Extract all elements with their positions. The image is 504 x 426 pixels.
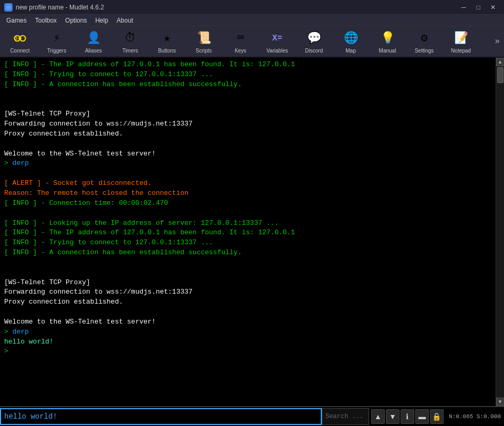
terminal-line: Forwarding connection to wss://mudjs.net… xyxy=(4,287,491,297)
aliases-icon: 👤 xyxy=(85,30,102,47)
triggers-icon: ⚡ xyxy=(48,30,65,47)
terminal-line: Welcome to the WS-Telnet test server! xyxy=(4,317,491,327)
svg-rect-2 xyxy=(18,37,21,39)
terminal-line: [ INFO ] - Looking up the IP address of … xyxy=(4,219,491,228)
toolbar-btn-notepad[interactable]: 📝Notepad xyxy=(443,27,479,56)
map-label: Map xyxy=(345,48,355,54)
terminal-line xyxy=(4,99,491,109)
menu-item-help[interactable]: Help xyxy=(91,16,112,25)
terminal-line xyxy=(4,268,491,278)
toolbar-btn-variables[interactable]: X=Variables xyxy=(259,27,295,56)
toolbar-btn-triggers[interactable]: ⚡Triggers xyxy=(39,27,75,56)
terminal-line: Welcome to the WS-Telnet test server! xyxy=(4,149,491,159)
scripts-label: Scripts xyxy=(196,48,212,54)
toolbar-btn-map[interactable]: 🌐Map xyxy=(333,27,369,56)
notepad-icon: 📝 xyxy=(453,30,469,47)
terminal-line: [ INFO ] - Trying to connect to 127.0.0.… xyxy=(4,238,491,248)
triggers-label: Triggers xyxy=(47,48,66,54)
variables-label: Variables xyxy=(267,48,288,54)
menu-item-toolbox[interactable]: Toolbox xyxy=(31,16,61,25)
terminal-line: > derp xyxy=(4,159,491,169)
discord-icon: 💬 xyxy=(306,30,322,47)
toolbar-btn-keys[interactable]: ⌨Keys xyxy=(223,27,258,56)
terminal-line: [WS-Telnet TCP Proxy] xyxy=(4,109,491,119)
menu-item-about[interactable]: About xyxy=(112,16,137,25)
window-controls: ─ □ ✕ xyxy=(457,3,500,12)
terminal-line: [ INFO ] - Trying to connect to 127.0.0.… xyxy=(4,70,491,80)
title-text: new profile name - Mudlet 4.6.2 xyxy=(16,4,104,11)
scroll-down-arrow[interactable]: ▼ xyxy=(496,398,505,406)
lock-btn[interactable]: 🔒 xyxy=(430,409,444,424)
discord-label: Discord xyxy=(305,48,323,54)
minimize-button[interactable]: ─ xyxy=(457,3,470,12)
toolbar: Connect⚡Triggers👤Aliases⏱Timers★Buttons📜… xyxy=(0,26,504,58)
terminal-line xyxy=(4,139,491,149)
manual-label: Manual xyxy=(379,48,396,54)
terminal-line: > xyxy=(4,347,491,357)
title-bar-left: new profile name - Mudlet 4.6.2 xyxy=(4,3,104,12)
terminal-line: [WS-Telnet TCP Proxy] xyxy=(4,278,491,288)
timers-label: Timers xyxy=(122,48,138,54)
terminal-line: hello world! xyxy=(4,337,491,347)
terminal-output: [ INFO ] - The IP address of 127.0.0.1 h… xyxy=(0,58,496,406)
toolbar-btn-aliases[interactable]: 👤Aliases xyxy=(76,27,111,56)
toolbar-btn-timers[interactable]: ⏱Timers xyxy=(112,27,148,56)
maximize-button[interactable]: □ xyxy=(471,3,485,12)
toolbar-btn-scripts[interactable]: 📜Scripts xyxy=(186,27,222,56)
close-button[interactable]: ✕ xyxy=(486,3,500,12)
input-bar: ▲ ▼ ℹ ▬ 🔒 N:0.065 S:0.000 xyxy=(0,406,504,426)
terminal-line: > derp xyxy=(4,327,491,337)
scroll-thumb[interactable] xyxy=(497,67,503,83)
scroll-down-btn[interactable]: ▼ xyxy=(386,409,400,424)
terminal-line: Forwarding connection to wss://mudjs.net… xyxy=(4,119,491,129)
variables-icon: X= xyxy=(269,30,286,47)
scroll-up-btn[interactable]: ▲ xyxy=(371,409,385,424)
status-text: N:0.065 S:0.000 xyxy=(446,413,504,420)
settings-label: Settings xyxy=(415,48,434,54)
scripts-icon: 📜 xyxy=(195,30,212,47)
info-btn[interactable]: ℹ xyxy=(401,409,414,424)
manual-icon: 💡 xyxy=(379,30,396,47)
buttons-label: Buttons xyxy=(158,48,176,54)
terminal-line: [ INFO ] - A connection has been establi… xyxy=(4,248,491,258)
terminal-line: Proxy connection established. xyxy=(4,129,491,139)
scrollbar: ▲ ▼ xyxy=(496,58,504,406)
menu-item-options[interactable]: Options xyxy=(61,16,91,25)
title-bar: new profile name - Mudlet 4.6.2 ─ □ ✕ xyxy=(0,0,504,15)
settings-icon: ⚙ xyxy=(416,30,433,47)
aliases-label: Aliases xyxy=(85,48,102,54)
terminal-line: [ INFO ] - The IP address of 127.0.0.1 h… xyxy=(4,228,491,238)
bottom-buttons: ▲ ▼ ℹ ▬ 🔒 xyxy=(369,409,446,424)
menu-bar: GamesToolboxOptionsHelpAbout xyxy=(0,15,504,26)
terminal-line: Reason: The remote host closed the conne… xyxy=(4,189,491,199)
keys-label: Keys xyxy=(235,48,246,54)
timers-icon: ⏱ xyxy=(122,30,139,47)
terminal-line: [ ALERT ] - Socket got disconnected. xyxy=(4,179,491,189)
terminal-line: [ INFO ] - A connection has been establi… xyxy=(4,80,491,90)
toolbar-btn-buttons[interactable]: ★Buttons xyxy=(149,27,185,56)
scroll-up-arrow[interactable]: ▲ xyxy=(496,58,505,66)
scroll-track xyxy=(497,66,504,398)
keys-icon: ⌨ xyxy=(232,30,249,47)
app-icon xyxy=(4,3,13,12)
terminal-line xyxy=(4,90,491,100)
toolbar-btn-settings[interactable]: ⚙Settings xyxy=(406,27,442,56)
notepad-label: Notepad xyxy=(451,48,471,54)
terminal-line: Proxy connection established. xyxy=(4,297,491,307)
buttons-icon: ★ xyxy=(159,30,175,47)
toolbar-expand-btn[interactable]: » xyxy=(492,35,502,48)
toolbar-btn-discord[interactable]: 💬Discord xyxy=(296,27,332,56)
terminal-line xyxy=(4,258,491,268)
terminal-line xyxy=(4,307,491,317)
monitor-btn[interactable]: ▬ xyxy=(415,409,429,424)
menu-item-games[interactable]: Games xyxy=(2,16,31,25)
terminal-line: [ INFO ] - Connection time: 00:00:02.470 xyxy=(4,199,491,209)
command-input[interactable] xyxy=(0,408,322,425)
main-area: [ INFO ] - The IP address of 127.0.0.1 h… xyxy=(0,58,504,406)
toolbar-btn-manual[interactable]: 💡Manual xyxy=(370,27,405,56)
toolbar-btn-connect[interactable]: Connect xyxy=(2,27,38,56)
terminal-line xyxy=(4,209,491,219)
connect-label: Connect xyxy=(10,48,29,54)
terminal-line xyxy=(4,169,491,179)
search-input[interactable] xyxy=(322,408,369,425)
